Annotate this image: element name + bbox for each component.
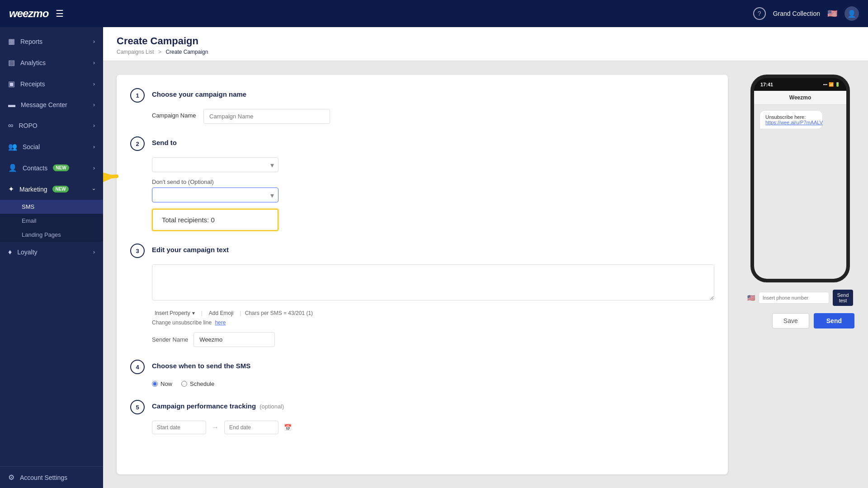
sidebar-item-label: Account Settings bbox=[20, 474, 67, 481]
page-title: Create Campaign bbox=[117, 35, 854, 47]
phone-chat-header: Weezmo bbox=[754, 91, 846, 105]
total-recipients-row: Total recipients: 0 bbox=[130, 209, 714, 231]
date-range-row: → 📅 bbox=[130, 421, 714, 434]
radio-schedule-input[interactable] bbox=[181, 381, 187, 387]
phone-test-bar: 🇺🇸 Send test bbox=[745, 290, 855, 306]
phone-flag-icon: 🇺🇸 bbox=[747, 294, 755, 301]
sidebar-item-receipts[interactable]: ▣ Receipts › bbox=[0, 73, 103, 94]
phone-chat-body: Unsubscribe here: https://wee.ai/u/P7mAA… bbox=[754, 105, 846, 279]
sidebar-item-social[interactable]: 👥 Social › bbox=[0, 136, 103, 157]
chars-count: Chars per SMS = 43/201 (1) bbox=[245, 310, 313, 316]
end-date-input[interactable] bbox=[224, 421, 278, 434]
sender-name-label: Sender Name bbox=[152, 336, 188, 343]
message-center-icon: ▬ bbox=[8, 101, 15, 109]
phone-test-input[interactable] bbox=[759, 292, 829, 304]
dont-send-row: Don't send to (Optional) bbox=[130, 178, 714, 202]
step-5: 5 Campaign performance tracking (optiona… bbox=[130, 400, 714, 434]
unsubscribe-link[interactable]: here bbox=[215, 319, 226, 326]
settings-icon: ⚙ bbox=[8, 473, 14, 482]
receipts-icon: ▣ bbox=[8, 80, 15, 88]
calendar-icon: 📅 bbox=[284, 424, 292, 431]
step-number-5: 5 bbox=[130, 400, 145, 414]
radio-now-label[interactable]: Now bbox=[152, 380, 172, 387]
sidebar-item-marketing[interactable]: ✦ Marketing NEW › bbox=[0, 178, 103, 200]
sidebar-item-label: Marketing bbox=[19, 186, 47, 193]
campaign-name-row: Campaign Name bbox=[130, 109, 714, 124]
step-1: 1 Choose your campaign name Campaign Nam… bbox=[130, 88, 714, 124]
phone-status-icons: ▪▪▪📶🔋 bbox=[823, 82, 840, 87]
unsubscribe-label: Change unsubscribe line bbox=[152, 319, 212, 326]
breadcrumb: Campaigns List > Create Campaign bbox=[117, 49, 854, 55]
chevron-right-icon: › bbox=[93, 122, 95, 129]
chevron-right-icon: › bbox=[93, 102, 95, 108]
phone-screen: Weezmo Unsubscribe here: https://wee.ai/… bbox=[754, 91, 846, 279]
chevron-right-icon: › bbox=[93, 60, 95, 66]
campaign-text-input[interactable] bbox=[152, 264, 714, 300]
sidebar-item-label: Analytics bbox=[20, 59, 46, 66]
social-icon: 👥 bbox=[8, 142, 17, 151]
sidebar-item-reports[interactable]: ▦ Reports › bbox=[0, 31, 103, 52]
sidebar-subitem-sms[interactable]: SMS bbox=[0, 200, 103, 214]
step-title-2: Send to bbox=[152, 136, 177, 146]
breadcrumb-parent[interactable]: Campaigns List bbox=[117, 49, 154, 55]
chat-bubble: Unsubscribe here: https://wee.ai/u/P7mAA… bbox=[760, 110, 823, 129]
help-icon[interactable]: ? bbox=[753, 7, 766, 20]
step-2: 2 Send to Don't send to (Optional) bbox=[130, 136, 714, 231]
hamburger-icon[interactable]: ☰ bbox=[56, 8, 64, 19]
sender-name-input[interactable] bbox=[193, 332, 275, 347]
text-toolbar-row: Insert Property ▾ | Add Emoji | Chars pe… bbox=[130, 309, 714, 326]
campaign-text-row bbox=[130, 264, 714, 302]
main-content: Create Campaign Campaigns List > Create … bbox=[103, 27, 868, 488]
breadcrumb-current: Create Campaign bbox=[165, 49, 208, 55]
sidebar-item-analytics[interactable]: ▤ Analytics › bbox=[0, 52, 103, 73]
campaign-name-label: Campaign Name bbox=[152, 112, 196, 119]
campaign-name-input[interactable] bbox=[203, 109, 330, 124]
phone-notch: 17:41 ▪▪▪📶🔋 bbox=[754, 78, 846, 91]
total-recipients-display: Total recipients: 0 bbox=[152, 209, 278, 231]
phone-frame: 17:41 ▪▪▪📶🔋 Weezmo Unsubscribe here: htt… bbox=[750, 75, 850, 282]
step-3: 3 Edit your campaign text Insert Propert… bbox=[130, 244, 714, 347]
sidebar-item-loyalty[interactable]: ♦ Loyalty › bbox=[0, 242, 103, 263]
dont-send-select[interactable] bbox=[152, 188, 278, 202]
sidebar-item-message-center[interactable]: ▬ Message Center › bbox=[0, 94, 103, 115]
step-title-4: Choose when to send the SMS bbox=[152, 360, 250, 370]
ropo-icon: ∞ bbox=[8, 122, 13, 130]
reports-icon: ▦ bbox=[8, 37, 15, 46]
radio-now-input[interactable] bbox=[152, 381, 158, 387]
user-avatar-icon[interactable]: 👤 bbox=[844, 6, 859, 21]
sidebar-item-ropo[interactable]: ∞ ROPO › bbox=[0, 115, 103, 136]
step-title-3: Edit your campaign text bbox=[152, 244, 229, 253]
analytics-icon: ▤ bbox=[8, 58, 15, 67]
sidebar-item-label: Receipts bbox=[20, 80, 45, 88]
chevron-down-icon: › bbox=[91, 188, 97, 190]
sidebar-item-label: ROPO bbox=[19, 122, 37, 129]
sidebar-item-label: Message Center bbox=[21, 101, 67, 108]
step-4: 4 Choose when to send the SMS Now Schedu… bbox=[130, 360, 714, 387]
send-to-row bbox=[130, 157, 714, 172]
sidebar-item-label: Contacts bbox=[23, 164, 47, 172]
step-number-1: 1 bbox=[130, 88, 145, 103]
add-emoji-btn[interactable]: Add Emoji bbox=[206, 309, 236, 318]
sidebar-subitem-landing-pages[interactable]: Landing Pages bbox=[0, 228, 103, 242]
phone-time: 17:41 bbox=[760, 82, 773, 87]
save-button[interactable]: Save bbox=[772, 313, 809, 328]
radio-schedule-label[interactable]: Schedule bbox=[181, 380, 214, 387]
sidebar-item-account-settings[interactable]: ⚙ Account Settings bbox=[0, 467, 103, 488]
send-to-select[interactable] bbox=[152, 157, 278, 172]
send-test-button[interactable]: Send test bbox=[833, 290, 854, 306]
chat-link: https://wee.ai/u/P7mAALV bbox=[765, 120, 817, 125]
sidebar-subitem-email[interactable]: Email bbox=[0, 214, 103, 228]
account-name: Grand Collection bbox=[773, 10, 820, 17]
sidebar-item-contacts[interactable]: 👤 Contacts NEW › bbox=[0, 157, 103, 178]
phone-preview-panel: 17:41 ▪▪▪📶🔋 Weezmo Unsubscribe here: htt… bbox=[746, 75, 854, 474]
app-logo: weezmo bbox=[9, 7, 48, 20]
page-header: Create Campaign Campaigns List > Create … bbox=[103, 27, 868, 61]
sidebar-item-label: Loyalty bbox=[17, 249, 37, 256]
start-date-input[interactable] bbox=[152, 421, 206, 434]
step-title-1: Choose your campaign name bbox=[152, 88, 246, 98]
flag-icon: 🇺🇸 bbox=[827, 9, 837, 19]
step-number-2: 2 bbox=[130, 136, 145, 151]
step-number-4: 4 bbox=[130, 360, 145, 374]
send-button[interactable]: Send bbox=[814, 313, 854, 328]
insert-property-btn[interactable]: Insert Property ▾ bbox=[152, 309, 198, 318]
